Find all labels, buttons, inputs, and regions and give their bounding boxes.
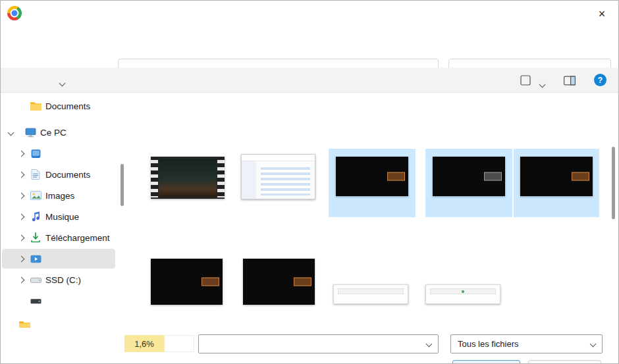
folder-icon xyxy=(30,101,41,111)
toolbar-more-button[interactable] xyxy=(60,76,65,88)
sidebar-item-this-pc[interactable]: Ce PC xyxy=(2,122,115,142)
file-thumbnail-selected[interactable] xyxy=(425,149,512,217)
sidebar-item-label: SSD (C:) xyxy=(45,275,81,285)
music-icon xyxy=(30,211,41,222)
chevron-right-icon[interactable] xyxy=(18,257,24,261)
sidebar-item-music[interactable]: Musique xyxy=(2,207,115,226)
chevron-down-icon xyxy=(426,341,433,348)
sidebar-item-label: Téléchargement xyxy=(45,233,110,243)
screenshot-titlebar xyxy=(242,155,315,161)
filename-combobox[interactable] xyxy=(198,334,439,353)
file-thumbnail-dark[interactable] xyxy=(151,259,223,305)
filetype-value: Tous les fichiers xyxy=(458,339,518,349)
screenshot-list-lines xyxy=(261,165,310,195)
sidebar-item-label: Musique xyxy=(45,212,79,222)
chevron-down-icon xyxy=(539,82,546,88)
sidebar-scrollbar[interactable] xyxy=(121,164,124,206)
window-bar xyxy=(338,288,404,294)
close-button[interactable]: × xyxy=(589,3,614,24)
drive-dark-icon xyxy=(30,298,41,305)
videos-icon xyxy=(30,255,41,263)
file-open-dialog: × ← → ↑ › › › xyxy=(0,0,619,364)
sidebar-item-ssd-c[interactable]: SSD (C:) xyxy=(2,270,115,290)
toast-notification xyxy=(387,172,405,181)
dialog-footer: 1,6% Tous les fichiers xyxy=(1,328,618,364)
file-thumbnail-window[interactable] xyxy=(333,284,408,304)
desktop-icon xyxy=(30,149,41,159)
toast-notification xyxy=(484,172,502,181)
sidebar-item-label: Documents xyxy=(45,170,90,180)
sidebar-item-label: Ce PC xyxy=(40,128,67,138)
sidebar-item-documents[interactable]: Documents xyxy=(2,165,115,184)
file-thumbnail-window[interactable] xyxy=(425,284,500,304)
sidebar-item-label: Images xyxy=(45,191,74,201)
chevron-right-icon[interactable] xyxy=(18,236,24,240)
sidebar-item-videos[interactable] xyxy=(2,249,115,269)
file-thumbnail-video[interactable] xyxy=(151,157,225,199)
chevron-right-icon[interactable] xyxy=(18,172,24,177)
content-scrollbar[interactable] xyxy=(612,147,615,219)
pictures-icon xyxy=(30,191,41,200)
window-bar xyxy=(430,288,496,294)
screenshot-body xyxy=(242,161,315,199)
file-thumbnail-screenshot[interactable] xyxy=(241,154,315,199)
navigation-sidebar: Documents Ce PC Documents xyxy=(1,93,118,328)
chevron-right-icon[interactable] xyxy=(18,215,24,219)
chevron-down-icon xyxy=(590,341,597,348)
sidebar-item-documents-pinned[interactable]: Documents xyxy=(2,96,115,116)
sidebar-item-downloads[interactable]: Téléchargement xyxy=(2,228,115,247)
chevron-down-icon xyxy=(59,80,66,87)
cancel-button[interactable] xyxy=(528,360,601,364)
sidebar-item-desktop[interactable] xyxy=(2,143,115,163)
documents-icon xyxy=(30,169,41,180)
toast-notification xyxy=(294,278,311,286)
open-button[interactable] xyxy=(452,360,520,364)
chevron-right-icon[interactable] xyxy=(18,151,24,156)
chevron-down-icon[interactable] xyxy=(7,130,14,135)
green-dot xyxy=(462,290,464,293)
file-thumbnail-selected[interactable] xyxy=(329,149,416,217)
navigation-bar: ← → ↑ › › › xyxy=(1,27,618,68)
screenshot-sidebar xyxy=(242,161,256,199)
file-list xyxy=(127,93,616,328)
preview-pane-button[interactable] xyxy=(564,76,576,86)
filmstrip-perforations xyxy=(217,158,225,197)
filename-input[interactable] xyxy=(205,339,427,349)
filmstrip-perforations xyxy=(151,158,158,197)
titlebar: × xyxy=(1,1,618,27)
file-thumbnail-selected[interactable] xyxy=(514,149,599,217)
this-pc-icon xyxy=(24,128,36,138)
chevron-right-icon[interactable] xyxy=(18,278,24,282)
zoom-badge-field xyxy=(164,335,194,352)
toast-notification xyxy=(202,278,219,286)
dark-screenshot xyxy=(433,157,505,196)
zoom-badge: 1,6% xyxy=(124,335,164,352)
filetype-combobox[interactable]: Tous les fichiers xyxy=(450,334,603,353)
drive-icon xyxy=(30,276,41,284)
view-mode-dropdown-button[interactable] xyxy=(540,78,545,90)
view-mode-button[interactable] xyxy=(520,75,531,86)
file-thumbnail-dark[interactable] xyxy=(243,259,315,305)
video-frame xyxy=(159,159,217,197)
help-button[interactable]: ? xyxy=(594,74,606,86)
folder-icon xyxy=(19,321,30,328)
dark-screenshot xyxy=(520,157,593,196)
chrome-logo-icon xyxy=(7,6,22,20)
sidebar-item-drive-2[interactable] xyxy=(2,291,115,311)
toast-notification xyxy=(572,172,589,181)
sidebar-item-label: Documents xyxy=(45,101,90,111)
sidebar-item-pictures[interactable]: Images xyxy=(2,186,115,205)
dark-screenshot xyxy=(336,157,408,196)
chevron-right-icon[interactable] xyxy=(18,194,24,198)
downloads-icon xyxy=(30,232,41,243)
